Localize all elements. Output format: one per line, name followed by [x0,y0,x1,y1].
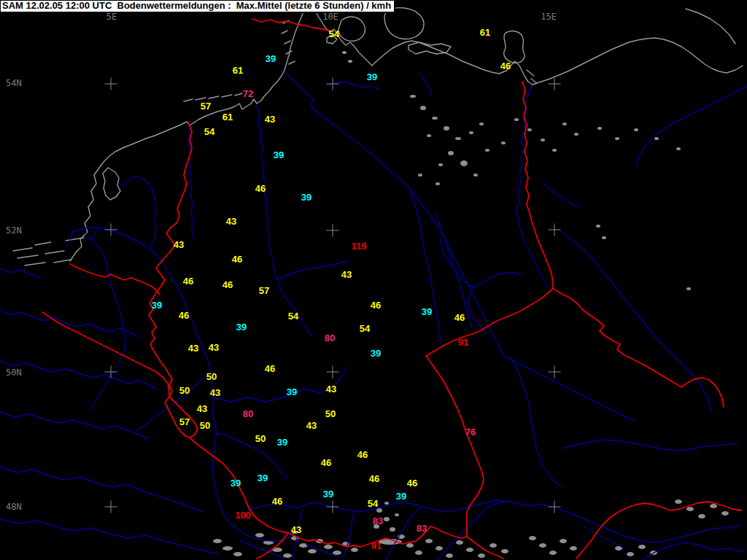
terrain-speck [634,128,638,131]
longitude-label: 15E [541,12,557,22]
station-wind-value: 39 [277,437,287,448]
coastline-layer [13,4,743,265]
station-wind-value: 46 [454,312,465,323]
longitude-label: 5E [107,12,117,22]
terrain-speck [686,287,691,290]
terrain-speck [283,553,292,558]
graticule-cross [105,366,117,378]
station-wind-value: 46 [232,254,242,265]
station-wind-value: 43 [291,524,301,535]
latitude-label: 50N [6,368,22,378]
latitude-label: 48N [6,502,22,512]
terrain-speck [638,545,646,549]
terrain-speck [574,133,578,136]
terrain-speck [539,543,546,548]
terrain-speck [478,553,485,558]
station-wind-value: 43 [210,387,220,398]
station-wind-value: 76 [465,427,476,438]
station-wind-value: 39 [301,192,311,203]
station-wind-value: 91 [371,540,382,551]
station-wind-value: 83 [373,516,383,526]
station-wind-value: 39 [152,300,162,311]
station-wind-value: 54 [360,323,370,334]
station-wind-value: 80 [325,332,335,343]
station-wind-value: 43 [197,403,207,414]
station-wind-value: 61 [222,112,233,122]
graticule-cross [549,224,561,236]
longitude-label: 10E [322,12,338,22]
station-wind-value: 83 [417,523,427,534]
station-wind-value: 39 [274,149,284,160]
station-wind-value: 50 [255,433,266,444]
terrain-speck [384,502,389,505]
terrain-speck [654,137,659,140]
station-wind-value: 39 [396,491,406,502]
station-wind-value: 119 [352,241,367,252]
station-wind-value: 39 [371,348,381,359]
terrain-speck [390,527,395,532]
terrain-speck [351,548,358,552]
station-wind-value: 50 [179,385,190,396]
station-wind-value: 61 [480,27,490,38]
latitude-label: 52N [6,225,22,236]
station-wind-value: 46 [183,276,193,287]
station-wind-value: 54 [329,28,339,39]
station-wind-value: 43 [306,420,317,431]
station-wind-value: 91 [458,337,468,348]
terrain-speck [455,137,461,140]
station-wind-value: 72 [243,88,253,99]
station-wind-value: 61 [233,65,243,76]
station-wind-value: 46 [272,496,282,507]
terrain-speck [222,546,233,551]
terrain-speck [485,149,489,152]
station-wind-value: 57 [259,285,269,296]
station-wind-value: 46 [265,363,275,374]
station-wind-value: 46 [255,183,266,194]
station-wind-value: 43 [188,343,198,354]
station-wind-value: 43 [341,269,352,280]
graticule-cross [105,224,117,236]
terrain-speck [342,51,347,54]
terrain-speck [436,182,440,185]
station-wind-value: 46 [500,61,511,71]
station-wind-value: 39 [287,386,297,397]
terrain-speck [479,122,484,125]
terrain-speck [686,507,694,511]
terrain-speck [376,508,382,513]
terrain-speck [427,134,431,137]
terrain-speck [333,551,341,555]
title-bar: SAM 12.02.05 12:00 UTC Bodenwettermeldun… [0,0,395,13]
graticule-cross [327,225,339,237]
terrain-speck [308,549,317,553]
graticule-cross [105,501,117,513]
station-wind-value: 57 [179,416,190,427]
terrain-speck [299,543,308,548]
terrain-speck [675,499,682,504]
station-wind-value: 39 [266,53,276,64]
terrain-speck [721,511,729,516]
graticule-cross [327,501,339,513]
border-layer [42,19,741,559]
station-wind-value: 46 [222,279,233,290]
station-wind-value: 43 [265,114,275,125]
terrain-speck [527,128,532,131]
station-wind-value: 46 [407,478,417,489]
terrain-speck [436,546,443,551]
terrain-speck [698,514,705,518]
terrain-speck [395,513,399,516]
station-wind-value: 39 [236,322,247,332]
station-wind-value: 80 [243,408,253,419]
terrain-speck [406,543,414,548]
terrain-speck [541,139,545,141]
terrain-speck [560,539,567,543]
terrain-speck [432,117,438,120]
terrain-speck [233,552,242,556]
station-wind-value: 43 [174,239,184,250]
station-wind-value: 39 [258,472,268,483]
station-wind-value: 43 [209,342,219,353]
terrain-speck [384,517,390,521]
graticule-cross [549,366,561,378]
graticule-cross [105,78,117,90]
terrain-speck [501,141,506,144]
station-wind-value: 39 [323,489,333,499]
